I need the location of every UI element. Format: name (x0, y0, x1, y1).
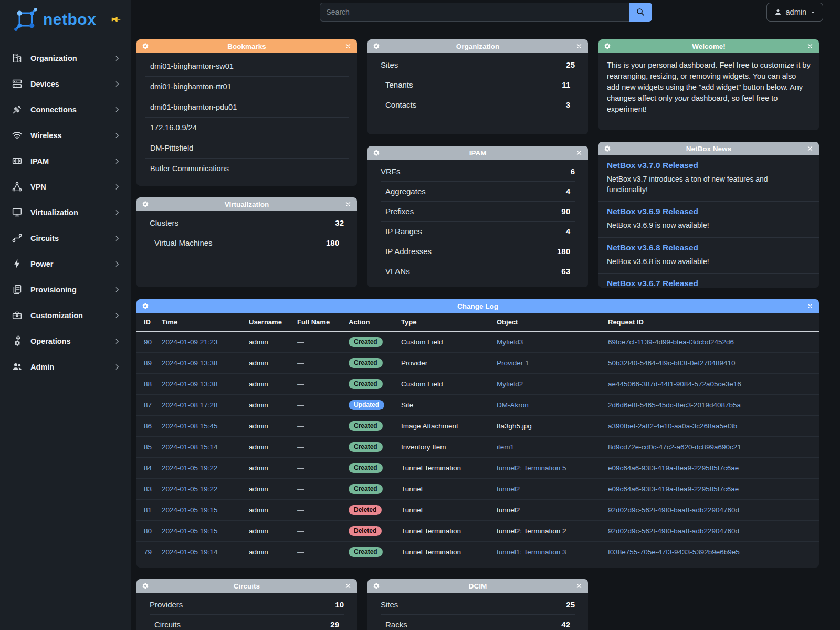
search-input[interactable] (320, 3, 629, 22)
changelog-id-link[interactable]: 84 (144, 464, 152, 472)
changelog-id-link[interactable]: 89 (144, 359, 152, 367)
changelog-object-link[interactable]: DM-Akron (497, 401, 529, 409)
changelog-id-link[interactable]: 79 (144, 548, 152, 556)
changelog-request-id-link[interactable]: 50b32f40-5464-4f9c-b83f-0ef270489410 (608, 359, 735, 367)
sidebar-item-admin[interactable]: Admin (0, 354, 131, 380)
changelog-object-link[interactable]: item1 (497, 443, 514, 451)
stat-label[interactable]: IP Ranges (385, 227, 422, 236)
changelog-time-link[interactable]: 2024-01-09 21:23 (162, 338, 218, 346)
search-button[interactable] (629, 3, 652, 22)
changelog-request-id-link[interactable]: a390fbef-2a82-4e10-aa0a-3c268aa5ef3b (608, 422, 737, 430)
changelog-time-link[interactable]: 2024-01-05 19:15 (162, 527, 218, 535)
gear-icon[interactable] (373, 43, 380, 50)
stat-label[interactable]: Providers (150, 600, 183, 609)
changelog-request-id-link[interactable]: 92d02d9c-562f-49f0-baa8-adb22904760d (608, 527, 739, 535)
bookmark-item[interactable]: dmi01-binghamton-pdu01 (145, 97, 349, 117)
close-icon[interactable] (806, 43, 814, 50)
changelog-time-link[interactable]: 2024-01-05 19:15 (162, 506, 218, 514)
gear-icon[interactable] (142, 201, 149, 208)
close-icon[interactable] (806, 302, 814, 310)
sidebar-item-organization[interactable]: Organization (0, 45, 131, 71)
changelog-object-link[interactable]: tunnel2: Termination 5 (497, 464, 566, 472)
sidebar-item-power[interactable]: Power (0, 251, 131, 277)
changelog-request-id-link[interactable]: ae445066-387d-44f1-9084-572a05ce3e16 (608, 380, 741, 388)
sidebar-item-wireless[interactable]: Wireless (0, 122, 131, 148)
changelog-time-link[interactable]: 2024-01-08 17:28 (162, 401, 218, 409)
sidebar-item-circuits[interactable]: Circuits (0, 225, 131, 251)
changelog-request-id-link[interactable]: 69fce7cf-1139-4d99-bfea-f3dcbd2452d6 (608, 338, 734, 346)
news-link[interactable]: NetBox v3.6.7 Released (607, 279, 698, 288)
bookmark-item[interactable]: Butler Communications (145, 158, 349, 178)
sidebar-item-ipam[interactable]: IPAM (0, 148, 131, 174)
stat-label[interactable]: VLANs (385, 267, 410, 276)
bookmark-item[interactable]: 172.16.0.9/24 (145, 117, 349, 138)
bookmark-item[interactable]: DM-Pittsfield (145, 138, 349, 158)
changelog-object-link[interactable]: tunnel2 (497, 485, 520, 493)
sidebar-item-connections[interactable]: Connections (0, 97, 131, 122)
changelog-id-link[interactable]: 86 (144, 422, 152, 430)
changelog-time-link[interactable]: 2024-01-05 19:22 (162, 485, 218, 493)
close-icon[interactable] (344, 43, 352, 50)
gear-icon[interactable] (142, 302, 149, 310)
close-icon[interactable] (344, 201, 352, 208)
gear-icon[interactable] (604, 43, 611, 50)
netbox-logo-icon[interactable] (13, 6, 39, 33)
changelog-id-link[interactable]: 90 (144, 338, 152, 346)
sidebar-item-customization[interactable]: Customization (0, 302, 131, 328)
stat-label[interactable]: Circuits (154, 620, 181, 629)
changelog-time-link[interactable]: 2024-01-09 13:38 (162, 359, 218, 367)
stat-label[interactable]: Clusters (150, 218, 178, 227)
close-icon[interactable] (344, 582, 352, 590)
sidebar-item-virtualization[interactable]: Virtualization (0, 200, 131, 225)
changelog-request-id-link[interactable]: e09c64a6-93f3-419a-8ea9-229585f7c6ae (608, 464, 739, 472)
close-icon[interactable] (575, 149, 583, 156)
changelog-id-link[interactable]: 85 (144, 443, 152, 451)
stat-label[interactable]: Sites (381, 600, 398, 609)
news-link[interactable]: NetBox v3.6.9 Released (607, 207, 698, 216)
bookmark-item[interactable]: dmi01-binghamton-sw01 (145, 56, 349, 76)
stat-label[interactable]: Contacts (385, 100, 416, 109)
changelog-request-id-link[interactable]: 8d9cd72e-cd0c-47c2-a620-dc899a690c21 (608, 443, 741, 451)
changelog-id-link[interactable]: 87 (144, 401, 152, 409)
gear-icon[interactable] (604, 145, 611, 152)
stat-label[interactable]: IP Addresses (385, 247, 432, 256)
stat-label[interactable]: Prefixes (385, 207, 414, 216)
changelog-request-id-link[interactable]: 92d02d9c-562f-49f0-baa8-adb22904760d (608, 506, 739, 514)
sidebar-item-operations[interactable]: Operations (0, 328, 131, 354)
stat-label[interactable]: Sites (381, 60, 398, 69)
bookmark-item[interactable]: dmi01-binghamton-rtr01 (145, 76, 349, 97)
changelog-time-link[interactable]: 2024-01-09 13:38 (162, 380, 218, 388)
gear-icon[interactable] (142, 582, 149, 590)
changelog-request-id-link[interactable]: 2d6d6e8f-5465-45dc-8ec3-2019d4087b5a (608, 401, 741, 409)
changelog-time-link[interactable]: 2024-01-08 15:45 (162, 422, 218, 430)
changelog-id-link[interactable]: 81 (144, 506, 152, 514)
changelog-time-link[interactable]: 2024-01-05 19:22 (162, 464, 218, 472)
sidebar-item-vpn[interactable]: VPN (0, 174, 131, 200)
stat-label[interactable]: Virtual Machines (154, 238, 213, 247)
close-icon[interactable] (575, 582, 583, 590)
gear-icon[interactable] (373, 582, 380, 590)
gear-icon[interactable] (373, 149, 380, 156)
news-link[interactable]: NetBox v3.7.0 Released (607, 161, 698, 170)
news-link[interactable]: NetBox v3.6.8 Released (607, 243, 698, 252)
changelog-id-link[interactable]: 83 (144, 485, 152, 493)
changelog-object-link[interactable]: Provider 1 (497, 359, 529, 367)
stat-label[interactable]: Tenants (385, 80, 413, 89)
sidebar-item-provisioning[interactable]: Provisioning (0, 277, 131, 302)
gear-icon[interactable] (142, 43, 149, 50)
changelog-object-link[interactable]: Myfield2 (497, 380, 523, 388)
stat-label[interactable]: Racks (385, 620, 407, 629)
changelog-request-id-link[interactable]: f038e755-705e-47f3-9433-5392b9e6b9e5 (608, 548, 740, 556)
close-icon[interactable] (806, 145, 814, 152)
changelog-time-link[interactable]: 2024-01-08 15:14 (162, 443, 218, 451)
changelog-time-link[interactable]: 2024-01-05 19:14 (162, 548, 218, 556)
changelog-object-link[interactable]: tunnel1: Termination 3 (497, 548, 566, 556)
changelog-object-link[interactable]: Myfield3 (497, 338, 523, 346)
pin-sidebar-icon[interactable] (110, 14, 122, 25)
sidebar-item-devices[interactable]: Devices (0, 71, 131, 97)
changelog-request-id-link[interactable]: e09c64a6-93f3-419a-8ea9-229585f7c6ae (608, 485, 739, 493)
changelog-id-link[interactable]: 80 (144, 527, 152, 535)
logo-text[interactable]: netbox (43, 10, 110, 28)
close-icon[interactable] (575, 43, 583, 50)
changelog-id-link[interactable]: 88 (144, 380, 152, 388)
